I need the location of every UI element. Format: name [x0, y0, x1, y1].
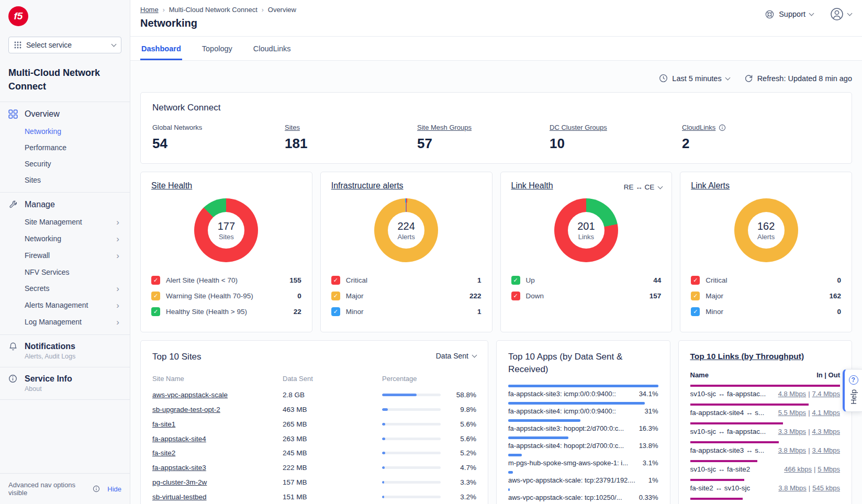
- support-menu[interactable]: Support: [765, 9, 813, 19]
- sidebar-item-sites[interactable]: Sites: [8, 172, 121, 188]
- time-range-selector[interactable]: Last 5 minutes: [659, 74, 729, 83]
- site-link[interactable]: sb-upgrade-test-opt-2: [152, 406, 220, 413]
- site-link[interactable]: fa-appstack-site4: [152, 435, 206, 443]
- in-throughput-link[interactable]: 3.3 Mbps: [778, 428, 806, 435]
- percentage-bar-fill: [382, 466, 385, 469]
- donut-center-label: Alerts: [398, 233, 415, 241]
- refresh-button[interactable]: Refresh: Updated 8 min ago: [744, 74, 852, 83]
- list-item: sv10-sjc ↔ fa-site2466 kbps|5 Mbps: [690, 460, 841, 473]
- out-throughput-link[interactable]: 3.4 Mbps: [812, 446, 840, 454]
- chevron-down-icon: [111, 42, 117, 47]
- list-item: sv10-sjc ↔ fa-appstac...3.3 Mbps|4.3 Mbp…: [690, 422, 841, 435]
- data-sent-selector[interactable]: Data Sent: [436, 352, 476, 360]
- sidebar-section-header-manage[interactable]: Manage: [8, 198, 121, 214]
- stat-site-mesh-groups: Site Mesh Groups57: [417, 122, 550, 152]
- sidebar-item-service-info[interactable]: Service Info About: [0, 367, 130, 399]
- site-cell: sb-virtual-testbed: [152, 493, 283, 501]
- in-throughput-link[interactable]: 466 kbps: [784, 465, 812, 473]
- site-link[interactable]: aws-vpc-appstack-scale: [152, 391, 228, 399]
- in-throughput-link[interactable]: 3.8 Mbps: [778, 484, 806, 492]
- in-throughput-link[interactable]: 4.8 Mbps: [778, 390, 806, 398]
- site-link[interactable]: fa-site2: [152, 449, 175, 457]
- help-tab[interactable]: ? Help: [843, 369, 862, 412]
- sidebar-item-performance[interactable]: Performance: [8, 139, 121, 155]
- sidebar-item-networking[interactable]: Networking›: [8, 230, 121, 247]
- stat-label-sites[interactable]: Sites: [285, 124, 300, 131]
- link-alerts-title[interactable]: Link Alerts: [691, 181, 730, 190]
- site-health-title[interactable]: Site Health: [151, 181, 192, 190]
- legend-checkbox[interactable]: ✓: [151, 307, 160, 316]
- legend-checkbox[interactable]: ✓: [151, 292, 160, 300]
- data-sent-cell: 222 MB: [283, 464, 382, 472]
- percentage-bar-track: [382, 466, 441, 469]
- tab-cloudlinks[interactable]: CloudLinks: [252, 37, 292, 60]
- sidebar-item-networking[interactable]: Networking: [8, 123, 121, 139]
- infrastructure-alerts-legend: ✓Critical1✓Major222✓Minor1: [331, 272, 482, 319]
- legend-checkbox[interactable]: ✓: [691, 276, 700, 285]
- sidebar-item-alerts-management[interactable]: Alerts Management›: [8, 297, 121, 313]
- link-throughput: 5.5 Mbps|4.1 Mbps: [778, 409, 840, 417]
- stat-value: 54: [152, 136, 285, 152]
- tab-topology[interactable]: Topology: [201, 37, 233, 60]
- out-throughput-link[interactable]: 4.3 Mbps: [812, 428, 840, 435]
- legend-label: Alert Site (Health < 70): [166, 276, 238, 284]
- chevron-down-icon: [658, 184, 663, 189]
- f5-logo[interactable]: f5: [8, 6, 28, 26]
- legend-label: Minor: [346, 308, 364, 316]
- summary-cards-row: Site Health177Sites✓Alert Site (Health <…: [140, 172, 852, 332]
- link-name: fa-appstack-site3 ↔ s...: [690, 446, 765, 454]
- clock-icon: [659, 74, 668, 83]
- tab-dashboard[interactable]: Dashboard: [140, 37, 182, 60]
- stat-label-dc-cluster-groups[interactable]: DC Cluster Groups: [550, 124, 607, 131]
- infrastructure-alerts-title[interactable]: Infrastructure alerts: [331, 181, 404, 190]
- sidebar-item-site-management[interactable]: Site Management›: [8, 214, 121, 230]
- sidebar-item-log-management[interactable]: Log Management›: [8, 313, 121, 330]
- out-throughput-link[interactable]: 7.4 Mbps: [812, 390, 840, 398]
- breadcrumb-item-home[interactable]: Home: [140, 6, 159, 14]
- hide-nav-button[interactable]: Hide: [107, 485, 121, 493]
- sidebar-item-security[interactable]: Security: [8, 155, 121, 172]
- legend-checkbox[interactable]: ✓: [691, 307, 700, 316]
- legend-checkbox[interactable]: ✓: [511, 292, 520, 300]
- percentage-bar-track: [382, 481, 441, 484]
- top-links-title[interactable]: Top 10 Links (by Throughput): [690, 351, 841, 362]
- sidebar-item-firewall[interactable]: Firewall›: [8, 247, 121, 264]
- sidebar-item-secrets[interactable]: Secrets›: [8, 280, 121, 297]
- wrench-icon: [8, 200, 18, 209]
- sidebar-section-header-overview[interactable]: Overview: [8, 107, 121, 123]
- link-throughput: 4.8 Mbps|7.4 Mbps: [778, 390, 840, 398]
- sidebar-item-notifications[interactable]: Notifications Alerts, Audit Logs: [0, 335, 130, 367]
- in-throughput-link[interactable]: 5.5 Mbps: [778, 409, 806, 417]
- in-throughput-link[interactable]: 3.8 Mbps: [778, 446, 806, 454]
- legend-checkbox[interactable]: ✓: [331, 292, 340, 300]
- site-link[interactable]: fa-appstack-site3: [152, 464, 206, 472]
- link-health-chart-wrap: 201Links: [511, 198, 662, 262]
- out-throughput-link[interactable]: 545 kbps: [812, 484, 840, 492]
- stat-label-site-mesh-groups[interactable]: Site Mesh Groups: [417, 124, 472, 131]
- out-throughput-link[interactable]: 5 Mbps: [818, 465, 840, 473]
- site-link[interactable]: pg-cluster-3m-2w: [152, 478, 207, 486]
- stat-label-cloudlinks[interactable]: CloudLinks: [682, 124, 726, 131]
- legend-label: Minor: [706, 308, 723, 316]
- account-menu[interactable]: [830, 7, 852, 21]
- site-link[interactable]: sb-virtual-testbed: [152, 493, 207, 501]
- link-health-title[interactable]: Link Health: [511, 181, 553, 190]
- legend-checkbox[interactable]: ✓: [331, 307, 340, 316]
- out-throughput-link[interactable]: 4.1 Mbps: [812, 409, 840, 417]
- link-throughput: 3.8 Mbps|545 kbps: [778, 484, 840, 492]
- sidebar-item-label: Secrets: [25, 284, 49, 293]
- percentage-cell: 5.6%: [382, 435, 476, 443]
- link-health-selector[interactable]: RE ↔ CE: [624, 183, 663, 191]
- data-sent-cell: 157 MB: [283, 478, 382, 486]
- stat-value: 181: [285, 136, 417, 152]
- site-health-chart-wrap: 177Sites: [151, 198, 301, 262]
- select-service-dropdown[interactable]: Select service: [8, 37, 121, 53]
- legend-checkbox[interactable]: ✓: [691, 292, 700, 300]
- legend-checkbox[interactable]: ✓: [511, 276, 520, 285]
- site-link[interactable]: fa-site1: [152, 420, 175, 428]
- sidebar-item-nfv-services[interactable]: NFV Services: [8, 264, 121, 280]
- breadcrumb-item-multi-cloud-network-connect[interactable]: Multi-Cloud Network Connect: [169, 6, 258, 14]
- percentage-value: 5.6%: [460, 435, 476, 443]
- legend-checkbox[interactable]: ✓: [331, 276, 340, 285]
- legend-checkbox[interactable]: ✓: [151, 276, 160, 285]
